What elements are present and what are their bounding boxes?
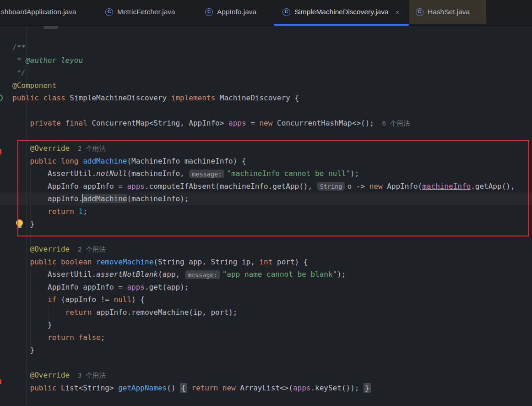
annotation-highlight-box [17, 140, 529, 236]
code-line[interactable]: } [12, 344, 532, 357]
code-token: public [30, 384, 57, 392]
code-token [12, 245, 30, 253]
code-line[interactable]: AppInfo appInfo = apps.get(app); [12, 281, 532, 294]
code-token: message: [185, 270, 220, 279]
code-token: */ [12, 68, 26, 77]
code-token: SimpleMachineDiscovery [70, 93, 171, 102]
code-line[interactable]: * @author leyou [12, 54, 532, 67]
class-icon: C [205, 8, 213, 16]
code-line[interactable] [12, 104, 532, 117]
code-line[interactable]: @Override 3 个用法 [12, 369, 532, 382]
code-token: @Override [30, 371, 70, 379]
code-token [12, 333, 48, 342]
code-token: return [65, 308, 92, 317]
code-token: { [180, 383, 187, 393]
code-line[interactable]: public boolean removeMachine(String app,… [12, 256, 532, 269]
code-token: apps [127, 283, 145, 291]
code-token: ; [101, 333, 105, 342]
tab-label: SimpleMachineDiscovery.java [294, 8, 389, 16]
code-token: public boolean [30, 258, 97, 266]
code-token: 6 个用法 [374, 120, 410, 127]
code-token: * [12, 56, 26, 65]
code-token: AppInfo appInfo = [12, 283, 127, 291]
code-line[interactable]: if (appInfo != null) { [12, 293, 532, 306]
tab-label: AppInfo.java [217, 8, 256, 16]
tab-appinfo-java[interactable]: CAppInfo.java [205, 0, 262, 24]
tab-simplemachinediscovery-java[interactable]: CSimpleMachineDiscovery.java× [282, 0, 402, 24]
tab-shboardapplication-java[interactable]: shboardApplication.java [1, 0, 92, 24]
code-token: false [79, 333, 101, 342]
code-line[interactable]: public class SimpleMachineDiscovery impl… [12, 92, 532, 104]
code-token: ArrayList<>( [236, 384, 293, 392]
code-line[interactable]: } [12, 318, 532, 331]
code-line[interactable]: */ [12, 66, 532, 79]
code-line[interactable] [12, 357, 532, 369]
code-line[interactable]: return false; [12, 331, 532, 344]
code-token: List<String> [56, 384, 118, 392]
code-token: removeMachine [96, 258, 153, 266]
code-token: ConcurrentMap<String, AppInfo> [87, 119, 228, 127]
code-token: new [259, 119, 272, 127]
code-line[interactable]: @Override 2 个用法 [12, 243, 532, 256]
code-token [12, 371, 30, 379]
code-token: ConcurrentHashMap<>(); [272, 119, 374, 127]
code-token: new [223, 384, 236, 392]
code-token: appInfo.removeMachine(ip, port); [92, 308, 237, 317]
tab-label: HashSet.java [428, 8, 470, 16]
code-token: = [246, 119, 260, 127]
code-token: "app name cannot be blank" [223, 270, 337, 279]
code-token: (appInfo != [56, 295, 114, 304]
code-line[interactable]: return appInfo.removeMachine(ip, port); [12, 306, 532, 319]
code-token: int [259, 258, 272, 266]
code-token: ); [337, 270, 346, 279]
code-token: return [191, 384, 218, 392]
class-icon: C [416, 8, 423, 16]
editor-tab-bar: shboardApplication.javaCMetricFetcher.ja… [0, 0, 532, 26]
code-token [12, 384, 30, 392]
code-token: @author leyou [26, 56, 83, 65]
code-line[interactable]: /** [12, 41, 532, 54]
code-token: } [12, 346, 34, 354]
code-token: return [48, 333, 74, 342]
close-tab-icon[interactable]: × [396, 8, 400, 16]
code-token: 2 个用法 [70, 246, 105, 253]
tab-hashset-java[interactable]: CHashSet.java [409, 0, 486, 24]
code-token: if [48, 295, 56, 304]
tab-metricfetcher-java[interactable]: CMetricFetcher.java [105, 0, 183, 24]
code-token: MachineDiscovery { [215, 93, 299, 102]
code-token: apps [293, 384, 311, 392]
code-token: ) { [131, 295, 145, 304]
code-token: private final [30, 119, 87, 127]
code-token: (app, [158, 270, 185, 279]
code-token [74, 333, 79, 342]
tab-label: MetricFetcher.java [117, 8, 175, 16]
code-token: assertNotBlank [96, 270, 158, 279]
code-line[interactable]: AssertUtil.assertNotBlank(app, message:"… [12, 268, 532, 281]
code-token: /** [12, 43, 26, 52]
code-token: null [114, 295, 132, 304]
code-token: @Component [12, 81, 56, 90]
code-token: @Override [30, 245, 70, 253]
code-token [12, 295, 48, 304]
code-token: } [364, 383, 371, 393]
code-line[interactable]: @Component [12, 79, 532, 92]
code-token: } [12, 320, 52, 329]
code-token [218, 384, 223, 392]
code-token: .get(app); [145, 283, 189, 291]
code-token: port) { [272, 258, 308, 266]
code-line[interactable]: public List<String> getAppNames() { retu… [12, 382, 532, 395]
code-token [12, 119, 30, 127]
code-token: apps [228, 119, 246, 127]
code-line[interactable]: private final ConcurrentMap<String, AppI… [12, 117, 532, 130]
class-icon: C [105, 8, 113, 16]
code-token [12, 258, 30, 266]
code-token: AssertUtil. [12, 270, 96, 279]
code-token [12, 308, 65, 317]
class-icon: C [282, 8, 290, 16]
tab-label: shboardApplication.java [1, 8, 76, 16]
code-token: public class [12, 93, 70, 102]
code-token [187, 384, 192, 392]
code-token: implements [171, 93, 215, 102]
code-token: getAppNames [118, 384, 167, 392]
code-token: .keySet()); [310, 384, 364, 392]
